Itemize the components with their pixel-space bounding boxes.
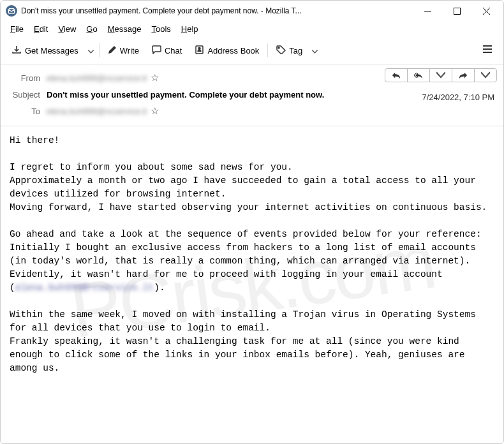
body-p1: I regret to inform you about some sad ne… [10, 162, 487, 212]
svg-rect-1 [454, 8, 460, 14]
window-title: Don't miss your unsettled payment. Compl… [21, 6, 413, 15]
menu-go[interactable]: Go [82, 22, 101, 36]
forward-button[interactable] [452, 69, 475, 82]
chat-label: Chat [165, 46, 182, 56]
message-header-panel: From elena.buh999@ncservice.lt ☆ Subject… [1, 64, 503, 126]
message-date: 7/24/2022, 7:10 PM [422, 93, 494, 102]
address-book-button[interactable]: Address Book [189, 42, 265, 59]
reply-all-button[interactable] [408, 69, 430, 82]
subject-value: Don't miss your unsettled payment. Compl… [47, 90, 324, 100]
tag-label: Tag [289, 46, 302, 56]
message-body[interactable]: Hi there! I regret to inform you about s… [1, 126, 503, 444]
chat-icon [152, 45, 161, 56]
chat-button[interactable]: Chat [146, 42, 188, 59]
menu-help[interactable]: Help [177, 22, 203, 36]
to-row: To elena.buh999@ncservice.lt ☆ [8, 103, 496, 119]
to-label: To [8, 107, 47, 116]
star-icon[interactable]: ☆ [151, 72, 159, 84]
message-body-area: PCrisk.com Hi there! I regret to inform … [1, 126, 503, 444]
window-controls [413, 1, 501, 20]
get-messages-label: Get Messages [25, 46, 78, 56]
divider [267, 43, 268, 57]
address-book-label: Address Book [207, 46, 259, 56]
tag-dropdown[interactable] [309, 41, 320, 59]
to-value[interactable]: elena.buh999@ncservice.lt [47, 107, 147, 116]
menu-file[interactable]: File [6, 22, 28, 36]
reply-all-dropdown[interactable] [430, 69, 452, 82]
get-messages-button[interactable]: Get Messages [6, 42, 84, 59]
menu-tools[interactable]: Tools [147, 22, 175, 36]
write-button[interactable]: Write [102, 42, 145, 59]
from-label: From [8, 73, 47, 83]
forward-dropdown[interactable] [475, 69, 496, 82]
pen-icon [108, 45, 117, 56]
reply-toolbar [385, 68, 497, 82]
svg-point-5 [198, 47, 200, 49]
from-value[interactable]: elena.buh999@ncservice.lt [47, 73, 147, 83]
divider [99, 43, 100, 57]
body-p3: Within the same week, I moved on with in… [10, 309, 482, 373]
maximize-button[interactable] [442, 1, 471, 20]
write-label: Write [120, 46, 139, 56]
menu-message[interactable]: Message [103, 22, 146, 36]
menu-view[interactable]: View [54, 22, 80, 36]
menu-edit[interactable]: Edit [29, 22, 52, 36]
app-menu-button[interactable] [477, 41, 498, 60]
body-email-redacted: elena.buh999@rcservice.lt [15, 283, 154, 293]
download-icon [11, 45, 22, 56]
reply-button[interactable] [385, 69, 408, 82]
star-icon[interactable]: ☆ [151, 105, 159, 117]
titlebar: Don't miss your unsettled payment. Compl… [1, 1, 503, 21]
subject-label: Subject [8, 90, 47, 100]
tag-button[interactable]: Tag [271, 42, 308, 59]
menubar: File Edit View Go Message Tools Help [1, 21, 503, 37]
close-button[interactable] [471, 1, 501, 20]
get-messages-dropdown[interactable] [85, 41, 96, 59]
toolbar: Get Messages Write Chat Address Book Tag [1, 37, 503, 64]
svg-point-6 [278, 47, 279, 48]
body-p0: Hi there! [10, 135, 59, 145]
minimize-button[interactable] [413, 1, 442, 20]
app-icon [6, 5, 17, 17]
address-book-icon [195, 45, 204, 56]
body-p2-end: ). [154, 283, 165, 293]
tag-icon [276, 45, 286, 56]
